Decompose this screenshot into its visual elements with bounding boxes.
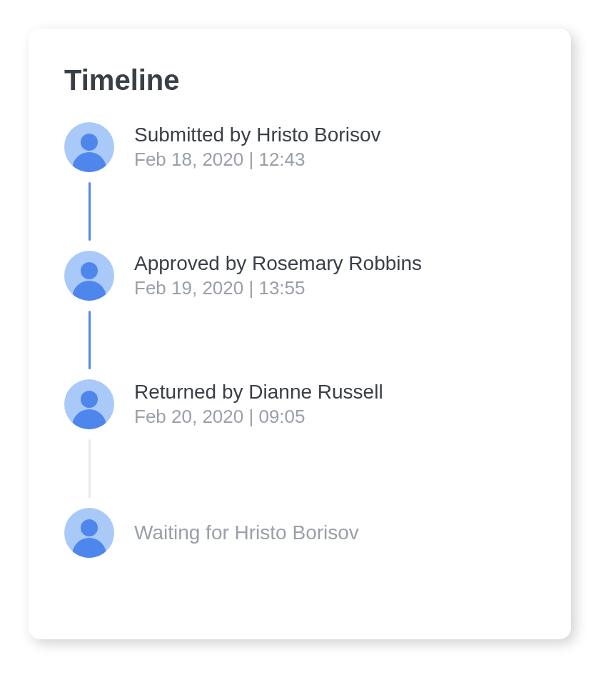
timeline-row: Approved by Rosemary Robbins Feb 19, 202… — [64, 251, 535, 301]
timeline-item-title: Submitted by Hristo Borisov — [134, 124, 380, 146]
timeline-row: Waiting for Hristo Borisov — [64, 508, 535, 558]
avatar-icon — [64, 251, 114, 301]
timeline-item: Waiting for Hristo Borisov — [64, 508, 535, 558]
timeline-connector-wrap — [64, 301, 114, 379]
timeline-list: Submitted by Hristo Borisov Feb 18, 2020… — [64, 122, 535, 558]
timeline-item: Approved by Rosemary Robbins Feb 19, 202… — [64, 251, 535, 379]
timeline-item-timestamp: Feb 19, 2020 | 13:55 — [134, 277, 422, 299]
timeline-connector — [89, 182, 91, 241]
card-title: Timeline — [64, 64, 535, 96]
timeline-item: Returned by Dianne Russell Feb 20, 2020 … — [64, 379, 535, 508]
timeline-item-title: Returned by Dianne Russell — [134, 381, 383, 404]
timeline-item-timestamp: Feb 20, 2020 | 09:05 — [134, 406, 383, 428]
timeline-item-timestamp: Feb 18, 2020 | 12:43 — [134, 149, 380, 171]
timeline-connector — [89, 439, 91, 498]
avatar-icon — [64, 379, 114, 429]
timeline-item-text: Waiting for Hristo Borisov — [134, 521, 359, 544]
timeline-row: Submitted by Hristo Borisov Feb 18, 2020… — [64, 122, 535, 172]
timeline-item-title: Waiting for Hristo Borisov — [134, 521, 359, 544]
timeline-item-text: Returned by Dianne Russell Feb 20, 2020 … — [134, 381, 383, 428]
avatar-icon — [64, 122, 114, 172]
timeline-item-text: Submitted by Hristo Borisov Feb 18, 2020… — [134, 124, 380, 171]
timeline-connector — [89, 311, 91, 369]
timeline-card: Timeline Submitted by Hristo Borisov Feb… — [29, 29, 571, 639]
timeline-item: Submitted by Hristo Borisov Feb 18, 2020… — [64, 122, 535, 251]
timeline-item-title: Approved by Rosemary Robbins — [134, 252, 422, 275]
timeline-connector-wrap — [64, 172, 114, 251]
avatar-icon — [64, 508, 114, 558]
timeline-connector-wrap — [64, 429, 114, 508]
timeline-row: Returned by Dianne Russell Feb 20, 2020 … — [64, 379, 535, 429]
timeline-item-text: Approved by Rosemary Robbins Feb 19, 202… — [134, 252, 422, 299]
